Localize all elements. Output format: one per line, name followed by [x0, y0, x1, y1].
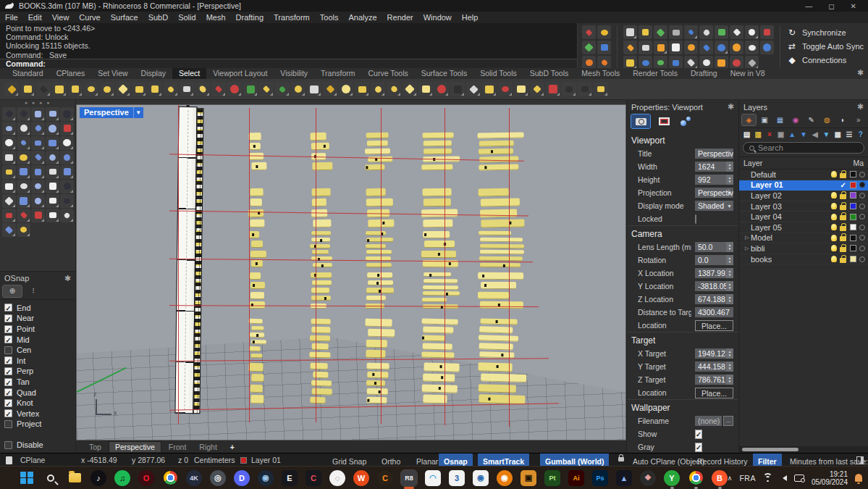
tool-icon[interactable]: [387, 82, 401, 96]
tool-icon[interactable]: [46, 165, 59, 179]
layer-lock-icon[interactable]: [840, 258, 846, 263]
tool-icon[interactable]: [355, 82, 369, 96]
tool-icon[interactable]: [17, 151, 30, 164]
status-toggle-ortho[interactable]: Ortho: [376, 454, 405, 467]
layer-color-swatch[interactable]: [850, 256, 856, 262]
title-field[interactable]: Perspective: [695, 149, 733, 159]
layer-material-circle[interactable]: [859, 246, 865, 251]
ribbon-tab-mesh-tools[interactable]: Mesh Tools: [575, 68, 626, 79]
taskbar-4k-downloader-icon[interactable]: 4K: [186, 470, 202, 486]
new-layer-icon[interactable]: ▤: [743, 130, 751, 138]
spinner-icon[interactable]: ▲▼: [726, 162, 733, 172]
clock[interactable]: 19:21 05/09/2024: [812, 470, 848, 486]
tool-icon[interactable]: [46, 209, 59, 222]
tool-icon[interactable]: [17, 223, 30, 237]
menu-window[interactable]: Window: [418, 13, 457, 22]
ribbon-tab-drafting[interactable]: Drafting: [684, 68, 724, 79]
status-toggle-gumball-world-[interactable]: Gumball (World): [540, 454, 609, 467]
layer-visibility-bulb-icon[interactable]: [831, 192, 837, 198]
tool-icon[interactable]: [745, 41, 759, 54]
menu-curve[interactable]: Curve: [74, 13, 105, 22]
tool-icon[interactable]: [132, 82, 146, 96]
ribbon-tab-standard[interactable]: Standard: [6, 68, 50, 79]
layers-horizontal-scrollbar[interactable]: [739, 446, 868, 453]
tool-icon[interactable]: [2, 151, 16, 164]
menu-edit[interactable]: Edit: [23, 13, 47, 22]
quick-access-synchronize[interactable]: ↻Synchronize: [788, 28, 867, 38]
taskbar-obs-studio-icon[interactable]: ◎: [210, 470, 226, 486]
layer-row-layer-05[interactable]: Layer 05: [739, 222, 868, 233]
properties-tab[interactable]: ▣: [758, 114, 772, 125]
layer-material-circle[interactable]: [859, 214, 865, 220]
tool-icon[interactable]: [654, 41, 667, 54]
tool-icon[interactable]: [46, 122, 59, 135]
tool-icon[interactable]: [699, 25, 713, 39]
tool-icon[interactable]: [60, 136, 74, 150]
tool-icon[interactable]: [597, 25, 611, 39]
viewport-tab-front[interactable]: Front: [163, 442, 193, 452]
layer-row-layer-01[interactable]: Layer 01✓: [739, 180, 868, 191]
tool-icon[interactable]: [307, 82, 321, 96]
tool-icon[interactable]: [684, 25, 698, 39]
viewport-title-badge[interactable]: Perspective ▼: [80, 107, 143, 118]
spinner-icon[interactable]: ▲▼: [726, 281, 733, 291]
layer-lock-icon[interactable]: [840, 205, 846, 210]
menu-subd[interactable]: SubD: [143, 13, 174, 22]
checkbox[interactable]: ✓: [4, 388, 12, 396]
menu-file[interactable]: File: [0, 13, 23, 22]
tool-icon[interactable]: [46, 194, 59, 208]
tool-icon[interactable]: [46, 151, 59, 164]
tool-icon[interactable]: [715, 25, 728, 39]
ribbon-tab-transform[interactable]: Transform: [314, 68, 361, 79]
tool-icon[interactable]: [2, 107, 16, 121]
tool-icon[interactable]: [699, 41, 713, 54]
menu-tools[interactable]: Tools: [315, 13, 344, 22]
layer-lock-icon[interactable]: [840, 215, 846, 220]
viewport-tab-perspective[interactable]: Perspective: [109, 441, 161, 452]
tool-icon[interactable]: [31, 151, 45, 164]
layer-visibility-bulb-icon[interactable]: [831, 171, 837, 177]
spinner-icon[interactable]: ▲▼: [726, 361, 733, 372]
checkbox[interactable]: [4, 441, 12, 449]
taskbar-blender-icon[interactable]: ◉: [497, 470, 513, 486]
taskbar-wattpad-icon[interactable]: W: [353, 470, 369, 486]
status-toggle-record-history[interactable]: Record History: [692, 454, 752, 467]
spinner-icon[interactable]: ▲▼: [726, 348, 733, 359]
ribbon-tab-select[interactable]: Select: [172, 68, 206, 79]
taskbar-epic-games-icon[interactable]: E: [282, 470, 298, 486]
ribbon-tab-solid-tools[interactable]: Solid Tools: [473, 68, 523, 79]
checkbox[interactable]: [4, 346, 12, 354]
tool-icon[interactable]: [2, 165, 16, 179]
checkbox[interactable]: ✓: [4, 304, 12, 312]
spinner-icon[interactable]: ▲▼: [726, 242, 733, 252]
ribbon-tab-subd-tools[interactable]: SubD Tools: [523, 68, 576, 79]
osnap-cen[interactable]: Cen: [4, 346, 71, 354]
ribbon-tab-set-view[interactable]: Set View: [91, 68, 134, 79]
layer-row-bibli[interactable]: ▷bibli: [739, 243, 868, 254]
spinner-icon[interactable]: ▲▼: [726, 255, 733, 265]
units-label[interactable]: Centimeters: [194, 454, 235, 467]
tool-icon[interactable]: [17, 107, 30, 121]
tool-icon[interactable]: [31, 180, 45, 193]
ribbon-tab-display[interactable]: Display: [135, 68, 172, 79]
current-layer-swatch[interactable]: [240, 457, 247, 464]
tool-icon[interactable]: [730, 41, 743, 54]
display-tab[interactable]: ▦: [773, 114, 787, 125]
tool-icon[interactable]: [745, 25, 759, 39]
tool-icon[interactable]: [46, 107, 59, 121]
filename-field[interactable]: (none): [695, 416, 722, 426]
tool-icon[interactable]: [116, 82, 130, 96]
viewport-tab-top[interactable]: Top: [83, 442, 107, 452]
maximize-button[interactable]: ◻: [828, 2, 834, 10]
menu-mesh[interactable]: Mesh: [201, 13, 231, 22]
taskbar-chrome-running-icon[interactable]: [688, 470, 704, 486]
checkbox[interactable]: ✓: [4, 367, 12, 375]
tool-icon[interactable]: [31, 165, 45, 179]
tool-icon[interactable]: [31, 122, 45, 135]
ribbon-tab-visibility[interactable]: Visibility: [274, 68, 314, 79]
wifi-icon[interactable]: [763, 474, 772, 482]
tool-icon[interactable]: [760, 25, 774, 39]
checkbox[interactable]: ✓: [4, 399, 12, 407]
tool-icon[interactable]: [669, 41, 683, 54]
tool-icon[interactable]: [180, 82, 194, 96]
